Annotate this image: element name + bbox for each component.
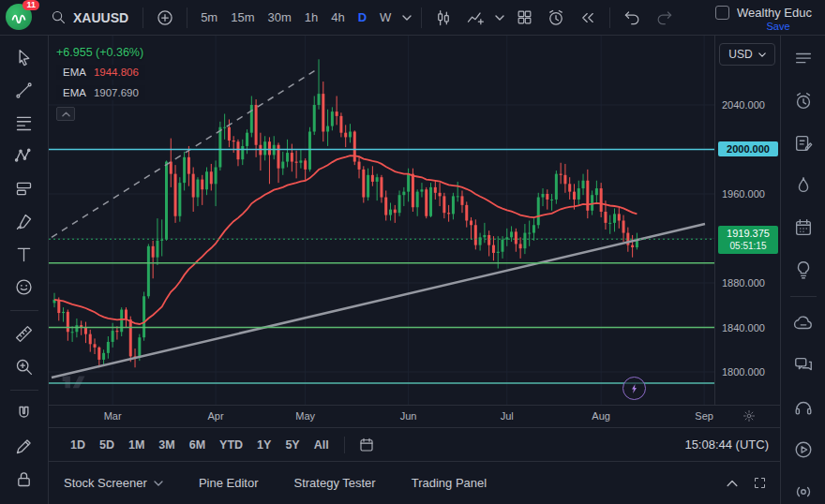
tutorials-button[interactable] xyxy=(790,437,817,462)
tab-pine-editor[interactable]: Pine Editor xyxy=(199,476,259,490)
ideas-button[interactable] xyxy=(790,258,817,282)
tab-strategy-tester[interactable]: Strategy Tester xyxy=(293,476,375,490)
calendar-button[interactable] xyxy=(790,215,817,240)
range-3m[interactable]: 3M xyxy=(152,436,181,454)
indicator-value: 1944.806 xyxy=(94,67,139,78)
panel-collapse-button[interactable] xyxy=(727,476,738,490)
range-group: 1D5D1M3M6MYTD1Y5YAll xyxy=(64,436,336,454)
multichart-layout-button[interactable] xyxy=(509,5,539,31)
range-all[interactable]: All xyxy=(308,436,336,454)
timeframe-30m[interactable]: 30m xyxy=(261,5,297,31)
checkbox-icon xyxy=(715,6,729,20)
chevron-down-icon xyxy=(758,52,766,57)
panel-maximize-button[interactable] xyxy=(753,476,767,490)
conversations-button[interactable] xyxy=(790,353,817,378)
forecast-tool[interactable] xyxy=(10,178,38,200)
range-1d[interactable]: 1D xyxy=(64,436,92,454)
hotlists-button[interactable] xyxy=(790,173,817,198)
zoom-in-tool[interactable] xyxy=(10,356,38,378)
range-1y[interactable]: 1Y xyxy=(250,436,278,454)
redo-button[interactable] xyxy=(649,5,679,31)
notes-button[interactable] xyxy=(790,131,817,156)
chart-style-button[interactable] xyxy=(428,5,458,31)
bar-replay-button[interactable] xyxy=(573,5,603,31)
price-tick: 1960.000 xyxy=(722,188,765,200)
rewind-icon xyxy=(579,9,596,26)
goto-date-button[interactable] xyxy=(353,434,380,456)
indicator-value: 1907.690 xyxy=(94,87,139,98)
chart-legend: +6.955 (+0.36%) EMA1944.806EMA1907.690 xyxy=(56,46,145,121)
notification-badge: 11 xyxy=(22,0,39,10)
timeframe-1h[interactable]: 1h xyxy=(298,5,324,31)
lock-tool[interactable] xyxy=(10,468,38,490)
timeframe-5m[interactable]: 5m xyxy=(194,5,224,31)
brush-tool[interactable] xyxy=(10,211,38,232)
price-axis[interactable]: USD 2040.0001960.0001880.0001840.0001800… xyxy=(714,36,780,405)
time-tick: Aug xyxy=(592,410,610,422)
indicators-menu-button[interactable] xyxy=(492,15,507,21)
grid-layout-icon xyxy=(516,8,533,26)
plus-circle-icon xyxy=(156,8,174,27)
indicator-row[interactable]: EMA1907.690 xyxy=(56,85,145,100)
legend-collapse-button[interactable] xyxy=(56,107,75,121)
range-5y[interactable]: 5Y xyxy=(278,436,306,454)
chart-settings-button[interactable] xyxy=(742,409,756,422)
date-range-bar: 1D5D1M3M6MYTD1Y5YAll 15:08:44 (UTC) xyxy=(49,427,780,461)
price-chart[interactable] xyxy=(49,36,714,405)
trend-line-tool[interactable] xyxy=(10,80,38,101)
broadcast-icon xyxy=(793,482,814,502)
tab-stock-screener[interactable]: Stock Screener xyxy=(64,476,163,490)
compare-add-button[interactable] xyxy=(150,5,180,31)
range-1m[interactable]: 1M xyxy=(122,436,151,454)
top-toolbar: 11 XAUUSD 5m15m30m1h4hDW xyxy=(0,0,825,36)
xabcd-pattern-tool[interactable] xyxy=(10,145,38,167)
cloud-save-checkbox[interactable] xyxy=(715,6,729,20)
watchlist-button[interactable] xyxy=(790,47,817,71)
tab-trading-panel[interactable]: Trading Panel xyxy=(412,476,487,490)
time-axis[interactable]: MarAprMayJunJulAugSep xyxy=(49,405,780,427)
chat-button[interactable] xyxy=(790,311,817,335)
timeframe-15m[interactable]: 15m xyxy=(224,5,261,31)
right-sidebar xyxy=(780,36,825,504)
edit-tool[interactable] xyxy=(10,436,38,457)
save-link[interactable]: Save xyxy=(766,21,789,32)
lightning-indicator-button[interactable] xyxy=(622,377,646,400)
alarm-clock-icon xyxy=(793,91,814,111)
range-ytd[interactable]: YTD xyxy=(213,436,249,454)
timeframe-menu-button[interactable] xyxy=(399,15,414,21)
alert-button[interactable] xyxy=(541,5,571,31)
timeframe-d[interactable]: D xyxy=(352,5,373,31)
emoji-tool[interactable] xyxy=(10,276,38,298)
chevron-down-icon xyxy=(154,481,163,486)
undo-button[interactable] xyxy=(617,5,647,31)
candles-icon xyxy=(434,8,453,27)
range-5d[interactable]: 5D xyxy=(93,436,121,454)
range-6m[interactable]: 6M xyxy=(183,436,212,454)
indicator-row[interactable]: EMA1944.806 xyxy=(56,65,145,80)
price-tick: 2040.000 xyxy=(722,99,765,111)
currency-dropdown[interactable]: USD xyxy=(719,43,775,66)
cursor-tool[interactable] xyxy=(10,47,38,68)
ruler-tool[interactable] xyxy=(10,323,38,345)
separator xyxy=(609,7,610,28)
lightning-icon xyxy=(629,382,640,395)
notes-icon xyxy=(793,133,814,154)
clock-utc[interactable]: 15:08:44 (UTC) xyxy=(684,437,771,452)
play-circle-icon xyxy=(793,439,814,460)
headset-icon xyxy=(793,397,814,418)
user-menu-button[interactable]: 11 xyxy=(6,4,36,32)
alerts-button[interactable] xyxy=(790,89,817,113)
timeframe-4h[interactable]: 4h xyxy=(324,5,351,31)
symbol-search-button[interactable]: XAUUSD xyxy=(43,4,136,32)
text-tool[interactable] xyxy=(10,244,38,265)
timeframe-w[interactable]: W xyxy=(373,5,398,31)
magnet-tool[interactable] xyxy=(10,403,38,424)
expand-icon xyxy=(753,476,767,490)
tradingview-app: 11 XAUUSD 5m15m30m1h4hDW xyxy=(0,0,825,504)
layout-name[interactable]: Wealthy Educ xyxy=(737,6,819,20)
broadcast-button[interactable] xyxy=(790,480,817,504)
price-level-label: 2000.000 xyxy=(718,141,778,156)
support-button[interactable] xyxy=(790,395,817,420)
indicators-button[interactable] xyxy=(460,5,490,31)
fib-retracement-tool[interactable] xyxy=(10,112,38,134)
